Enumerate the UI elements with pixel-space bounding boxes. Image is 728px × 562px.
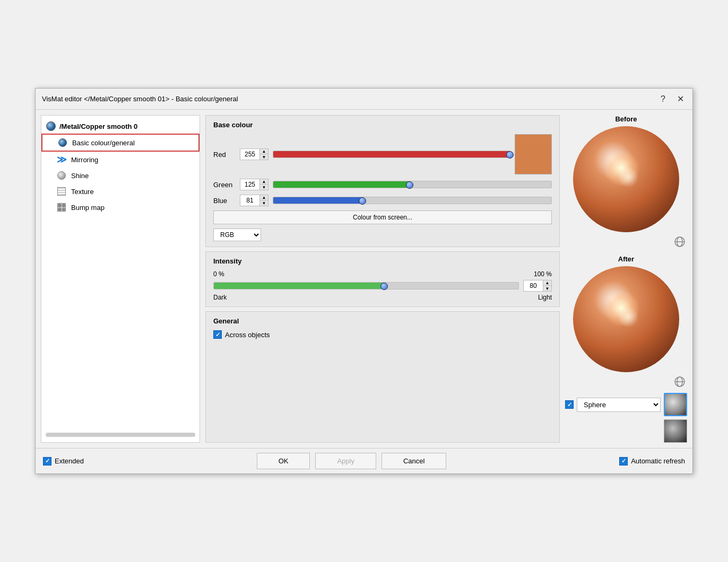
red-slider[interactable] bbox=[273, 151, 510, 158]
center-panel: Base colour Red ▲ ▼ bbox=[205, 115, 560, 443]
red-input[interactable] bbox=[240, 149, 259, 160]
cancel-button[interactable]: Cancel bbox=[382, 453, 446, 469]
titlebar: VisMat editor </Metal/Copper smooth 01> … bbox=[36, 89, 692, 110]
blue-input[interactable] bbox=[240, 195, 259, 206]
green-row: Green ▲ ▼ bbox=[213, 179, 552, 190]
red-value-group: ▲ ▼ bbox=[240, 148, 268, 160]
sidebar-item-basic-label: Basic colour/general bbox=[72, 139, 135, 147]
globe-icon-after bbox=[673, 375, 686, 388]
sphere-checkbox[interactable] bbox=[565, 400, 574, 409]
green-label: Green bbox=[213, 181, 236, 189]
sidebar-item-mirroring[interactable]: ≫ Mirroring bbox=[41, 152, 200, 168]
auto-refresh-checkbox[interactable] bbox=[619, 457, 628, 466]
color-preview bbox=[515, 134, 552, 174]
sidebar-item-bumpmap-label: Bump map bbox=[71, 204, 105, 212]
extended-checkbox[interactable] bbox=[43, 457, 51, 466]
red-label: Red bbox=[213, 151, 236, 159]
across-objects-label: Across objects bbox=[225, 331, 270, 339]
shine-icon bbox=[56, 170, 67, 181]
intensity-max-label: 100 % bbox=[534, 270, 552, 278]
sidebar-item-bumpmap[interactable]: Bump map bbox=[41, 199, 200, 215]
root-label: /Metal/Copper smooth 0 bbox=[59, 122, 137, 130]
intensity-spin-down[interactable]: ▼ bbox=[543, 286, 551, 291]
blue-row: Blue ▲ ▼ bbox=[213, 195, 552, 206]
bottom-left: Extended bbox=[43, 457, 84, 466]
colour-mode-select[interactable]: RGB bbox=[213, 229, 261, 241]
intensity-input[interactable] bbox=[524, 280, 543, 291]
dark-label: Dark bbox=[213, 294, 227, 301]
intensity-row: ▲ ▼ bbox=[213, 280, 552, 292]
sphere-highlight-2 bbox=[618, 166, 639, 188]
sphere-thumb2-container bbox=[664, 419, 687, 443]
intensity-slider[interactable] bbox=[213, 282, 519, 289]
bottom-right: Automatic refresh bbox=[619, 457, 685, 466]
left-scrollbar[interactable] bbox=[46, 433, 195, 437]
red-row: Red ▲ ▼ bbox=[213, 134, 552, 174]
tree-root: /Metal/Copper smooth 0 bbox=[41, 119, 200, 134]
sphere-select[interactable]: Sphere bbox=[577, 398, 661, 412]
blue-spin-up[interactable]: ▲ bbox=[259, 195, 268, 200]
bottom-center-buttons: OK Apply Cancel bbox=[89, 453, 614, 469]
titlebar-controls: ? ✕ bbox=[658, 93, 686, 105]
globe-icon-before bbox=[673, 235, 686, 248]
green-value-group: ▲ ▼ bbox=[240, 179, 268, 190]
blue-value-group: ▲ ▼ bbox=[240, 195, 268, 206]
general-section: General Across objects bbox=[205, 311, 560, 443]
intensity-section: Intensity 0 % 100 % ▲ ▼ bbox=[205, 251, 560, 307]
left-panel: /Metal/Copper smooth 0 Basic colour/gene… bbox=[41, 115, 200, 443]
sidebar-item-shine-label: Shine bbox=[71, 172, 89, 180]
blue-slider[interactable] bbox=[273, 197, 552, 204]
blue-spin-down[interactable]: ▼ bbox=[259, 200, 268, 206]
bumpmap-icon bbox=[56, 202, 67, 213]
across-objects-checkbox[interactable] bbox=[213, 330, 222, 339]
root-icon bbox=[46, 121, 56, 131]
intensity-min-label: 0 % bbox=[213, 270, 224, 278]
red-spin-buttons: ▲ ▼ bbox=[259, 149, 268, 160]
scrollbar-area bbox=[41, 215, 200, 431]
intensity-labels: 0 % 100 % bbox=[213, 270, 552, 278]
after-sphere-preview bbox=[573, 266, 679, 372]
blue-label: Blue bbox=[213, 197, 236, 205]
auto-refresh-label: Automatic refresh bbox=[631, 457, 685, 465]
dark-light-labels: Dark Light bbox=[213, 294, 552, 301]
intensity-title: Intensity bbox=[213, 257, 552, 265]
sphere-shape-row: Sphere bbox=[565, 393, 687, 416]
sidebar-item-texture-label: Texture bbox=[71, 188, 94, 196]
ok-button[interactable]: OK bbox=[257, 453, 310, 469]
sphere-thumb-active[interactable] bbox=[664, 393, 687, 416]
main-window: VisMat editor </Metal/Copper smooth 01> … bbox=[35, 88, 693, 474]
base-colour-section: Base colour Red ▲ ▼ bbox=[205, 115, 560, 247]
intensity-spin-up[interactable]: ▲ bbox=[543, 280, 551, 286]
right-panel: Before After bbox=[565, 115, 687, 443]
sidebar-item-shine[interactable]: Shine bbox=[41, 168, 200, 183]
extended-label: Extended bbox=[55, 457, 84, 465]
sphere-thumb-inactive[interactable] bbox=[664, 419, 687, 443]
bottom-bar: Extended OK Apply Cancel Automatic refre… bbox=[36, 448, 692, 473]
base-colour-title: Base colour bbox=[213, 121, 552, 129]
basic-icon bbox=[57, 137, 68, 148]
green-input[interactable] bbox=[240, 179, 259, 190]
sidebar-item-basic[interactable]: Basic colour/general bbox=[41, 134, 200, 152]
green-spin-up[interactable]: ▲ bbox=[259, 179, 268, 185]
across-objects-row: Across objects bbox=[213, 330, 552, 339]
main-content: /Metal/Copper smooth 0 Basic colour/gene… bbox=[36, 110, 692, 448]
sphere-highlight-4 bbox=[618, 306, 639, 328]
green-slider[interactable] bbox=[273, 181, 552, 188]
green-spin-down[interactable]: ▼ bbox=[259, 185, 268, 190]
sidebar-item-mirroring-label: Mirroring bbox=[71, 156, 98, 164]
sidebar-item-texture[interactable]: Texture bbox=[41, 183, 200, 199]
red-spin-up[interactable]: ▲ bbox=[259, 149, 268, 154]
after-label: After bbox=[618, 255, 634, 263]
close-button[interactable]: ✕ bbox=[675, 93, 686, 105]
help-button[interactable]: ? bbox=[658, 93, 668, 105]
colour-from-screen-button[interactable]: Colour from screen... bbox=[213, 210, 552, 224]
texture-icon bbox=[56, 186, 67, 197]
apply-button[interactable]: Apply bbox=[315, 453, 376, 469]
before-label: Before bbox=[615, 115, 637, 123]
red-spin-down[interactable]: ▼ bbox=[259, 154, 268, 160]
after-globe-icon-container bbox=[673, 375, 686, 390]
window-title: VisMat editor </Metal/Copper smooth 01> … bbox=[42, 95, 238, 103]
intensity-value-group: ▲ ▼ bbox=[523, 280, 552, 292]
general-title: General bbox=[213, 317, 552, 325]
blue-spin-buttons: ▲ ▼ bbox=[259, 195, 268, 206]
